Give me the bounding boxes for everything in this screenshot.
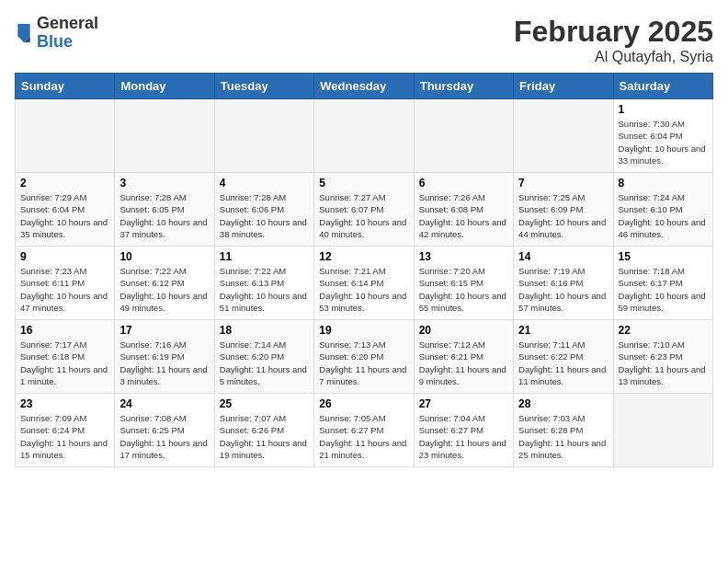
day-cell: 18Sunrise: 7:14 AM Sunset: 6:20 PM Dayli…: [214, 320, 313, 394]
day-cell: [414, 99, 513, 173]
day-number: 4: [220, 177, 309, 190]
calendar: SundayMondayTuesdayWednesdayThursdayFrid…: [15, 73, 713, 467]
day-cell: 21Sunrise: 7:11 AM Sunset: 6:22 PM Dayli…: [514, 320, 613, 394]
day-cell: 10Sunrise: 7:22 AM Sunset: 6:12 PM Dayli…: [115, 247, 214, 320]
day-cell: 28Sunrise: 7:03 AM Sunset: 6:28 PM Dayli…: [514, 394, 613, 467]
day-number: 10: [119, 250, 209, 263]
day-info: Sunrise: 7:03 AM Sunset: 6:28 PM Dayligh…: [518, 412, 608, 461]
day-number: 24: [119, 397, 209, 410]
day-cell: 3Sunrise: 7:28 AM Sunset: 6:05 PM Daylig…: [115, 173, 214, 247]
day-info: Sunrise: 7:24 AM Sunset: 6:10 PM Dayligh…: [619, 191, 708, 240]
day-number: 18: [220, 324, 309, 337]
day-info: Sunrise: 7:28 AM Sunset: 6:05 PM Dayligh…: [119, 191, 209, 240]
weekday-header-wednesday: Wednesday: [314, 74, 414, 99]
day-cell: 6Sunrise: 7:26 AM Sunset: 6:08 PM Daylig…: [414, 173, 513, 247]
weekday-header-sunday: Sunday: [16, 74, 115, 99]
day-info: Sunrise: 7:22 AM Sunset: 6:13 PM Dayligh…: [220, 265, 309, 314]
day-cell: 20Sunrise: 7:12 AM Sunset: 6:21 PM Dayli…: [414, 320, 513, 394]
day-number: 20: [419, 324, 508, 337]
day-cell: [613, 394, 712, 467]
day-cell: [214, 99, 313, 173]
weekday-header-saturday: Saturday: [613, 74, 712, 99]
day-cell: 14Sunrise: 7:19 AM Sunset: 6:16 PM Dayli…: [514, 247, 613, 320]
day-cell: 7Sunrise: 7:25 AM Sunset: 6:09 PM Daylig…: [514, 173, 613, 247]
day-number: 9: [20, 250, 109, 263]
day-number: 26: [319, 397, 408, 410]
day-cell: 15Sunrise: 7:18 AM Sunset: 6:17 PM Dayli…: [613, 247, 712, 320]
day-info: Sunrise: 7:07 AM Sunset: 6:26 PM Dayligh…: [220, 412, 309, 461]
day-info: Sunrise: 7:26 AM Sunset: 6:08 PM Dayligh…: [419, 191, 508, 240]
day-cell: 24Sunrise: 7:08 AM Sunset: 6:25 PM Dayli…: [115, 394, 214, 467]
day-info: Sunrise: 7:08 AM Sunset: 6:25 PM Dayligh…: [119, 412, 209, 461]
day-info: Sunrise: 7:14 AM Sunset: 6:20 PM Dayligh…: [220, 339, 309, 387]
day-info: Sunrise: 7:30 AM Sunset: 6:04 PM Dayligh…: [619, 118, 708, 167]
day-cell: 1Sunrise: 7:30 AM Sunset: 6:04 PM Daylig…: [613, 99, 712, 173]
day-info: Sunrise: 7:05 AM Sunset: 6:27 PM Dayligh…: [319, 412, 408, 461]
day-info: Sunrise: 7:11 AM Sunset: 6:22 PM Dayligh…: [518, 339, 608, 387]
day-number: 2: [20, 177, 109, 190]
day-cell: 25Sunrise: 7:07 AM Sunset: 6:26 PM Dayli…: [214, 394, 313, 467]
day-number: 12: [319, 250, 408, 263]
day-cell: 5Sunrise: 7:27 AM Sunset: 6:07 PM Daylig…: [314, 173, 414, 247]
day-number: 16: [20, 324, 109, 337]
page-header: General Blue February 2025 Al Qutayfah, …: [15, 15, 713, 65]
day-info: Sunrise: 7:25 AM Sunset: 6:09 PM Dayligh…: [518, 191, 608, 240]
day-number: 3: [119, 177, 209, 190]
day-cell: 8Sunrise: 7:24 AM Sunset: 6:10 PM Daylig…: [613, 173, 712, 247]
day-number: 21: [518, 324, 608, 337]
day-info: Sunrise: 7:23 AM Sunset: 6:11 PM Dayligh…: [20, 265, 109, 314]
day-info: Sunrise: 7:28 AM Sunset: 6:06 PM Dayligh…: [220, 191, 309, 240]
week-row-3: 9Sunrise: 7:23 AM Sunset: 6:11 PM Daylig…: [16, 247, 713, 320]
title-block: February 2025 Al Qutayfah, Syria: [514, 15, 713, 65]
week-row-5: 23Sunrise: 7:09 AM Sunset: 6:24 PM Dayli…: [16, 394, 713, 467]
day-cell: 16Sunrise: 7:17 AM Sunset: 6:18 PM Dayli…: [16, 320, 115, 394]
day-number: 15: [619, 250, 708, 263]
day-cell: [115, 99, 214, 173]
logo: General Blue: [15, 15, 98, 52]
day-info: Sunrise: 7:27 AM Sunset: 6:07 PM Dayligh…: [319, 191, 408, 240]
weekday-header-thursday: Thursday: [414, 74, 513, 99]
logo-general: General: [37, 15, 98, 33]
day-info: Sunrise: 7:19 AM Sunset: 6:16 PM Dayligh…: [518, 265, 608, 314]
day-number: 13: [419, 250, 508, 263]
day-cell: 9Sunrise: 7:23 AM Sunset: 6:11 PM Daylig…: [16, 247, 115, 320]
day-number: 23: [20, 397, 109, 410]
day-info: Sunrise: 7:04 AM Sunset: 6:27 PM Dayligh…: [419, 412, 508, 461]
day-number: 22: [619, 324, 708, 337]
day-cell: 26Sunrise: 7:05 AM Sunset: 6:27 PM Dayli…: [314, 394, 414, 467]
day-cell: 27Sunrise: 7:04 AM Sunset: 6:27 PM Dayli…: [414, 394, 513, 467]
day-info: Sunrise: 7:22 AM Sunset: 6:12 PM Dayligh…: [119, 265, 209, 314]
day-cell: 11Sunrise: 7:22 AM Sunset: 6:13 PM Dayli…: [214, 247, 313, 320]
day-info: Sunrise: 7:13 AM Sunset: 6:20 PM Dayligh…: [319, 339, 408, 387]
weekday-header-monday: Monday: [115, 74, 214, 99]
day-number: 8: [619, 177, 708, 190]
day-info: Sunrise: 7:29 AM Sunset: 6:04 PM Dayligh…: [20, 191, 109, 240]
weekday-header-friday: Friday: [514, 74, 613, 99]
day-number: 6: [419, 177, 508, 190]
weekday-header-tuesday: Tuesday: [214, 74, 313, 99]
day-info: Sunrise: 7:17 AM Sunset: 6:18 PM Dayligh…: [20, 339, 109, 387]
day-cell: 13Sunrise: 7:20 AM Sunset: 6:15 PM Dayli…: [414, 247, 513, 320]
day-info: Sunrise: 7:20 AM Sunset: 6:15 PM Dayligh…: [419, 265, 508, 314]
day-info: Sunrise: 7:16 AM Sunset: 6:19 PM Dayligh…: [119, 339, 209, 387]
day-number: 11: [220, 250, 309, 263]
day-number: 17: [119, 324, 209, 337]
day-cell: 19Sunrise: 7:13 AM Sunset: 6:20 PM Dayli…: [314, 320, 414, 394]
logo-icon: [15, 22, 33, 44]
day-cell: [314, 99, 414, 173]
logo-blue: Blue: [37, 33, 98, 52]
day-cell: 4Sunrise: 7:28 AM Sunset: 6:06 PM Daylig…: [214, 173, 313, 247]
week-row-2: 2Sunrise: 7:29 AM Sunset: 6:04 PM Daylig…: [16, 173, 713, 247]
day-info: Sunrise: 7:10 AM Sunset: 6:23 PM Dayligh…: [619, 339, 708, 387]
day-info: Sunrise: 7:21 AM Sunset: 6:14 PM Dayligh…: [319, 265, 408, 314]
day-number: 19: [319, 324, 408, 337]
day-cell: 17Sunrise: 7:16 AM Sunset: 6:19 PM Dayli…: [115, 320, 214, 394]
day-cell: [16, 99, 115, 173]
day-cell: 12Sunrise: 7:21 AM Sunset: 6:14 PM Dayli…: [314, 247, 414, 320]
day-number: 28: [518, 397, 608, 410]
day-number: 25: [220, 397, 309, 410]
week-row-1: 1Sunrise: 7:30 AM Sunset: 6:04 PM Daylig…: [16, 99, 713, 173]
day-number: 14: [518, 250, 608, 263]
day-cell: 22Sunrise: 7:10 AM Sunset: 6:23 PM Dayli…: [613, 320, 712, 394]
month-title: February 2025: [514, 15, 713, 49]
